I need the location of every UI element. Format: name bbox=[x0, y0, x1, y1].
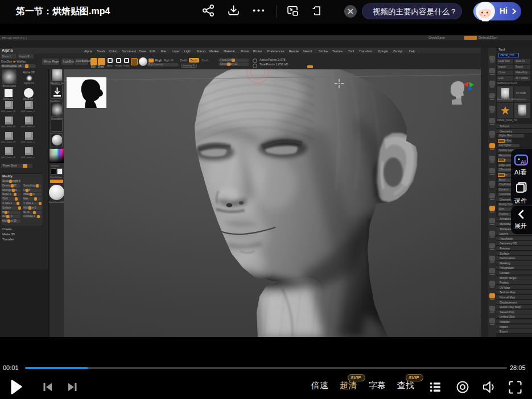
svg-text:AI: AI bbox=[521, 159, 526, 165]
